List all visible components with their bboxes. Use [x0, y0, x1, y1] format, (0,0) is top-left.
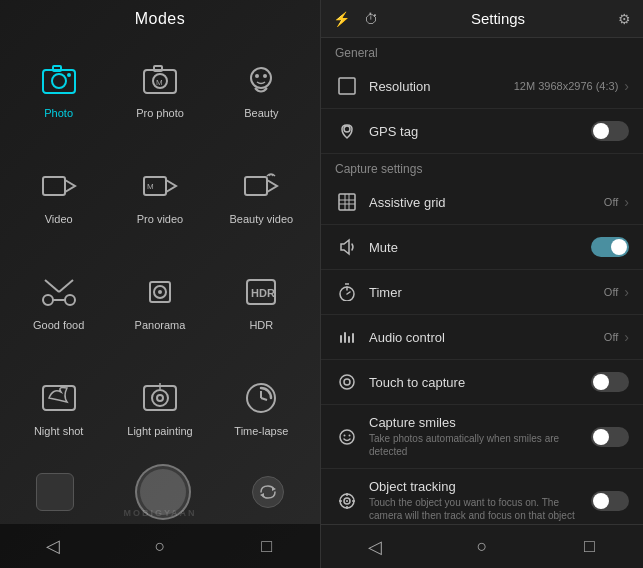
settings-gear-icon[interactable]: ⚙: [618, 11, 631, 27]
touch-content: Touch to capture: [369, 375, 591, 390]
settings-panel: ⚡ ⏱ Settings ⚙ General Resolution 12M 39…: [320, 0, 643, 568]
mode-item-video[interactable]: Video: [10, 144, 107, 246]
svg-text:M: M: [156, 78, 163, 87]
mute-title: Mute: [369, 240, 591, 255]
touch-toggle[interactable]: [591, 372, 629, 392]
timer-right: Off ›: [604, 284, 629, 300]
beauty-icon: [238, 57, 284, 103]
mode-item-hdr[interactable]: HDR HDR: [213, 250, 310, 352]
grid-right: Off ›: [604, 194, 629, 210]
smiles-content: Capture smiles Take photos automatically…: [369, 415, 591, 458]
mode-item-night-shot[interactable]: Night shot: [10, 356, 107, 458]
svg-point-55: [344, 379, 350, 385]
thumbnail-preview[interactable]: [36, 473, 74, 511]
resolution-value: 12M 3968x2976 (4:3): [514, 80, 619, 92]
mode-label-pro-photo: Pro photo: [136, 107, 184, 120]
settings-item-touch-capture[interactable]: Touch to capture: [321, 360, 643, 405]
svg-text:M: M: [147, 182, 154, 191]
timer-chevron-icon: ›: [624, 284, 629, 300]
mode-item-pro-video[interactable]: M Pro video: [111, 144, 208, 246]
camera-switch-button[interactable]: [252, 476, 284, 508]
resolution-chevron-icon: ›: [624, 78, 629, 94]
settings-item-resolution[interactable]: Resolution 12M 3968x2976 (4:3) ›: [321, 64, 643, 109]
svg-line-19: [59, 280, 73, 292]
settings-header: ⚡ ⏱ Settings ⚙: [321, 0, 643, 38]
mode-item-beauty[interactable]: Beauty: [213, 38, 310, 140]
svg-point-30: [152, 390, 168, 406]
resolution-content: Resolution: [369, 79, 514, 94]
mode-item-panorama[interactable]: Panorama: [111, 250, 208, 352]
capture-smiles-icon: [335, 425, 359, 449]
gps-tag-icon: [335, 119, 359, 143]
tracking-toggle-knob: [593, 493, 609, 509]
settings-item-assistive-grid[interactable]: Assistive grid Off ›: [321, 180, 643, 225]
timer-header-icon[interactable]: ⏱: [364, 11, 378, 27]
svg-point-3: [67, 73, 71, 77]
svg-line-48: [347, 292, 350, 294]
header-left-icons: ⚡ ⏱: [333, 11, 378, 27]
night-shot-icon: [36, 375, 82, 421]
settings-item-timer[interactable]: Timer Off ›: [321, 270, 643, 315]
home-button-left[interactable]: ○: [142, 528, 178, 564]
home-button-right[interactable]: ○: [464, 529, 500, 565]
back-button-left[interactable]: ◁: [35, 528, 71, 564]
object-tracking-icon: [335, 489, 359, 513]
timer-content: Timer: [369, 285, 604, 300]
audio-chevron-icon: ›: [624, 329, 629, 345]
smiles-toggle[interactable]: [591, 427, 629, 447]
mode-label-pro-video: Pro video: [137, 213, 183, 226]
resolution-right: 12M 3968x2976 (4:3) ›: [514, 78, 629, 94]
mode-item-photo[interactable]: Photo: [10, 38, 107, 140]
mode-item-beauty-video[interactable]: Beauty video: [213, 144, 310, 246]
hdr-icon: HDR: [238, 269, 284, 315]
tracking-toggle[interactable]: [591, 491, 629, 511]
gps-title: GPS tag: [369, 124, 591, 139]
gps-toggle[interactable]: [591, 121, 629, 141]
recent-button-right[interactable]: □: [571, 529, 607, 565]
touch-right: [591, 372, 629, 392]
mode-label-night-shot: Night shot: [34, 425, 84, 438]
settings-item-capture-smiles[interactable]: Capture smiles Take photos automatically…: [321, 405, 643, 469]
flash-icon[interactable]: ⚡: [333, 11, 350, 27]
left-bottom-nav: ◁ ○ □: [0, 524, 320, 568]
touch-toggle-knob: [593, 374, 609, 390]
gps-right: [591, 121, 629, 141]
mute-toggle[interactable]: [591, 237, 629, 257]
back-button-right[interactable]: ◁: [357, 529, 393, 565]
svg-point-21: [65, 295, 75, 305]
touch-capture-icon: [335, 370, 359, 394]
settings-item-object-tracking[interactable]: Object tracking Touch the object you wan…: [321, 469, 643, 524]
smiles-right: [591, 427, 629, 447]
tracking-title: Object tracking: [369, 479, 591, 494]
mode-item-pro-photo[interactable]: M Pro photo: [111, 38, 208, 140]
svg-point-1: [52, 74, 66, 88]
svg-marker-17: [267, 180, 277, 192]
grid-title: Assistive grid: [369, 195, 604, 210]
mode-item-good-food[interactable]: Good food: [10, 250, 107, 352]
settings-item-audio-control[interactable]: Audio control Off ›: [321, 315, 643, 360]
settings-item-mute[interactable]: Mute: [321, 225, 643, 270]
audio-right: Off ›: [604, 329, 629, 345]
assistive-grid-icon: [335, 190, 359, 214]
svg-point-58: [349, 434, 351, 436]
recent-button-left[interactable]: □: [249, 528, 285, 564]
settings-item-gps-tag[interactable]: GPS tag: [321, 109, 643, 154]
svg-rect-16: [245, 177, 267, 195]
audio-content: Audio control: [369, 330, 604, 345]
header-right-icons: ⚙: [618, 11, 631, 27]
smiles-toggle-knob: [593, 429, 609, 445]
timer-title: Timer: [369, 285, 604, 300]
svg-marker-37: [260, 493, 264, 497]
mode-item-light-painting[interactable]: Light painting: [111, 356, 208, 458]
svg-point-9: [255, 74, 259, 78]
mute-icon: [335, 235, 359, 259]
svg-text:HDR: HDR: [251, 287, 275, 299]
right-bottom-nav: ◁ ○ □: [321, 524, 643, 568]
scissors-icon: [36, 269, 82, 315]
timer-icon: [335, 280, 359, 304]
mode-item-time-lapse[interactable]: Time-lapse: [213, 356, 310, 458]
svg-rect-6: [154, 66, 162, 71]
svg-rect-11: [43, 177, 65, 195]
svg-rect-38: [339, 78, 355, 94]
camera-icon: [36, 57, 82, 103]
